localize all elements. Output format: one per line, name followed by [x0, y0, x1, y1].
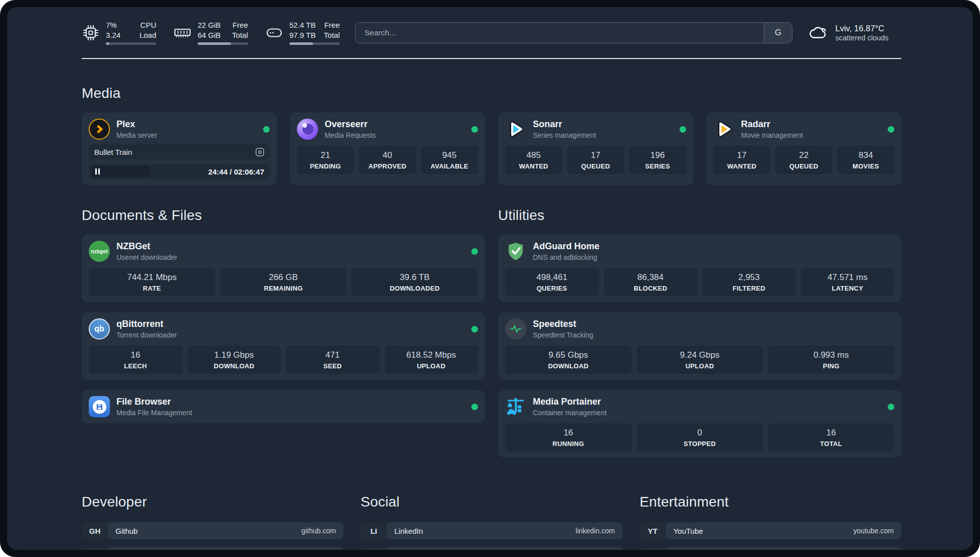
portainer-icon [505, 396, 526, 417]
status-online-dot [888, 126, 894, 133]
bookmark-url: github.com [301, 527, 336, 535]
section-title-developer: Developer [82, 494, 343, 510]
bookmark-youtube[interactable]: YT YouTubeyoutube.com [640, 522, 901, 539]
status-online-dot [263, 126, 270, 133]
app-name: Media Portainer [533, 397, 606, 407]
stat-box-pending: 21PENDING [297, 146, 354, 174]
app-name: AdGuard Home [533, 241, 599, 252]
now-playing-title: Bullet Train [94, 148, 132, 156]
stat-box-filtered: 2,953FILTERED [702, 268, 796, 296]
app-desc: Movie management [741, 131, 803, 139]
stat-box-series: 196SERIES [629, 146, 686, 174]
bookmark-abbr: TW [360, 547, 387, 550]
stat-box-available: 945AVAILABLE [421, 146, 478, 174]
memory-total: 64 GiB [198, 30, 221, 40]
stat-box-upload: 618.52 MbpsUPLOAD [385, 346, 478, 374]
app-card-speedtest[interactable]: Speedtest Speedtest Tracking 9.65 GbpsDO… [498, 312, 901, 380]
memory-progressbar [198, 42, 248, 45]
stat-box-upload: 9.24 GbpsUPLOAD [637, 346, 763, 374]
disk-icon [265, 24, 283, 42]
bookmark-abbr: NF [640, 547, 666, 550]
bookmark-netflix[interactable]: NF Netflixnetflix.com [640, 547, 901, 550]
video-icon [256, 148, 264, 156]
bookmark-name: LinkedIn [394, 527, 423, 535]
app-desc: Usenet downloader [116, 253, 177, 261]
stat-box-running: 16RUNNING [505, 423, 632, 452]
app-desc: DNS and adblocking [533, 253, 599, 261]
adguard-icon [505, 241, 526, 262]
cpu-usage-label: CPU [140, 20, 156, 30]
stat-box-download: 1.19 GbpsDOWNLOAD [188, 346, 281, 374]
cloud-icon [808, 22, 829, 43]
bookmark-twitter[interactable]: TW Twittertwitter.com [360, 547, 622, 550]
app-card-adguard[interactable]: AdGuard Home DNS and adblocking 498,461Q… [498, 235, 901, 302]
media-grid: Plex Media server Bullet Train 24:44 / 0… [82, 113, 901, 185]
stat-box-seed: 471SEED [286, 346, 380, 374]
app-card-filebrowser[interactable]: File Browser Media File Management [82, 390, 485, 423]
app-desc: Speedtest Tracking [533, 331, 593, 339]
app-card-nzbget[interactable]: nzbget NZBGet Usenet downloader 744.21 M… [82, 235, 485, 302]
stat-box-wanted: 485WANTED [505, 146, 562, 174]
cpu-load-label: Load [140, 30, 156, 40]
bookmark-stackoverflow[interactable]: SO StackOverflowstackoverflow.com [82, 547, 343, 550]
search-input[interactable] [355, 23, 764, 43]
cpu-usage: 7% [106, 20, 117, 30]
disk-free-label: Free [324, 20, 340, 30]
stat-box-download: 9.65 GbpsDOWNLOAD [505, 346, 632, 374]
weather-location-temp: Lviv, 16.87°C [835, 23, 889, 34]
stat-box-wanted: 17WANTED [713, 146, 770, 174]
stat-box-queries: 498,461QUERIES [505, 268, 599, 296]
app-name: Overseerr [325, 119, 376, 130]
playback-time: 24:44 / 02:06:47 [208, 168, 264, 176]
cpu-icon [82, 24, 100, 42]
memory-icon [173, 24, 192, 42]
search-provider-button[interactable]: G [764, 23, 792, 43]
disk-stat: 52.4 TBFree 97.9 TBTotal [265, 20, 340, 45]
now-playing-row: Bullet Train [89, 144, 270, 159]
window-frame: 7%CPU 3.24Load 22 GiBFree 64 GiBTotal [0, 0, 980, 557]
app-desc: Media File Management [116, 409, 192, 417]
app-card-portainer[interactable]: Media Portainer Container management 16R… [498, 390, 901, 458]
stat-box-latency: 47.571 msLATENCY [801, 268, 895, 296]
app-desc: Media server [116, 131, 157, 139]
weather-widget[interactable]: Lviv, 16.87°C scattered clouds [808, 22, 901, 43]
disk-total: 97.9 TB [289, 30, 316, 40]
topbar: 7%CPU 3.24Load 22 GiBFree 64 GiBTotal [82, 20, 901, 45]
stat-box-ping: 0.993 msPING [768, 346, 894, 374]
bookmark-url: youtube.com [853, 527, 894, 535]
status-online-dot [471, 248, 478, 255]
stat-box-rate: 744.21 MbpsRATE [89, 268, 215, 296]
disk-total-label: Total [324, 30, 340, 40]
status-online-dot [471, 126, 478, 133]
app-name: NZBGet [116, 241, 177, 252]
bookmark-linkedin[interactable]: LI LinkedInlinkedin.com [360, 522, 622, 539]
status-online-dot [471, 404, 478, 410]
app-card-sonarr[interactable]: Sonarr Series management 485WANTED 17QUE… [498, 113, 693, 185]
bookmark-github[interactable]: GH Githubgithub.com [82, 522, 343, 539]
status-online-dot [888, 404, 894, 410]
search-bar: G [355, 22, 792, 43]
radarr-icon [713, 119, 734, 140]
cpu-stat: 7%CPU 3.24Load [82, 20, 156, 45]
memory-total-label: Total [232, 30, 248, 40]
pause-button[interactable] [91, 166, 150, 177]
app-card-overseerr[interactable]: Overseerr Media Requests 21PENDING 40APP… [290, 113, 485, 185]
documents-column: Documents & Files nzbget NZBGet Usenet d… [82, 207, 485, 468]
app-card-radarr[interactable]: Radarr Movie management 17WANTED 22QUEUE… [706, 113, 901, 185]
stat-box-downloaded: 39.6 TBDOWNLOADED [351, 268, 478, 296]
section-title-social: Social [360, 494, 622, 510]
memory-free: 22 GiB [198, 20, 221, 30]
app-desc: Series management [533, 131, 596, 139]
bookmark-abbr: LI [360, 522, 387, 539]
app-card-qbittorrent[interactable]: qb qBittorrent Torrent downloader 16LEEC… [82, 312, 485, 380]
memory-free-label: Free [232, 20, 248, 30]
speedtest-icon [505, 318, 526, 340]
stat-box-blocked: 86,384BLOCKED [604, 268, 698, 296]
app-card-plex[interactable]: Plex Media server Bullet Train 24:44 / 0… [82, 113, 277, 185]
nzbget-icon: nzbget [89, 241, 110, 262]
overseerr-icon [297, 119, 318, 140]
app-name: Sonarr [533, 119, 596, 130]
app-name: qBittorrent [116, 319, 177, 329]
bookmark-group-social: Social LI LinkedInlinkedin.com TW Twitte… [360, 494, 622, 550]
section-title-utilities: Utilities [498, 207, 901, 224]
